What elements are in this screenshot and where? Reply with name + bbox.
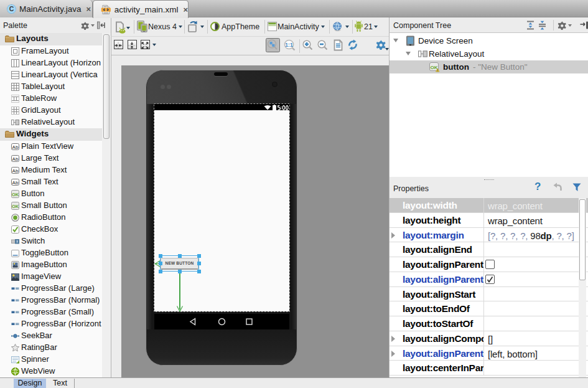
- svg-text:OK: OK: [12, 191, 19, 197]
- svg-text:OK: OK: [12, 203, 19, 209]
- svg-text:Ab: Ab: [12, 144, 19, 149]
- svg-text:Ab: Ab: [12, 168, 19, 173]
- svg-text:Ab: Ab: [12, 156, 19, 161]
- svg-text:OK: OK: [431, 65, 438, 70]
- svg-text:Ab: Ab: [12, 179, 19, 185]
- svg-text:1:1: 1:1: [285, 42, 293, 48]
